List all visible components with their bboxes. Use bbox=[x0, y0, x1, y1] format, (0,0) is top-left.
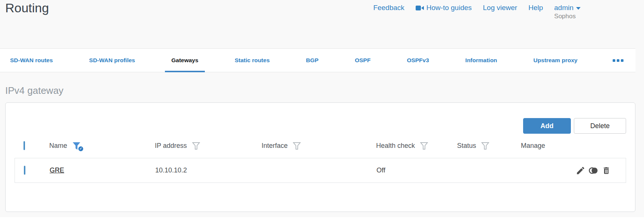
column-header-interface: Interface bbox=[262, 142, 288, 150]
filter-icon[interactable] bbox=[420, 142, 428, 150]
tab-ospf[interactable]: OSPF bbox=[346, 49, 380, 72]
edit-icon[interactable] bbox=[576, 166, 585, 175]
column-header-health-check: Health check bbox=[376, 142, 415, 150]
manage-actions bbox=[521, 166, 626, 175]
howto-guides-label: How-to guides bbox=[426, 4, 472, 12]
howto-guides-link[interactable]: How-to guides bbox=[416, 4, 472, 12]
tenant-name: Sophos bbox=[554, 13, 576, 20]
admin-menu[interactable]: admin bbox=[554, 4, 581, 12]
help-label: Help bbox=[528, 4, 543, 12]
column-header-manage: Manage bbox=[521, 142, 545, 150]
health-check-value: Off bbox=[376, 166, 457, 174]
filter-active-icon[interactable]: ✓ bbox=[72, 142, 81, 150]
gateway-panel: Add Delete Name ✓ IP address bbox=[5, 102, 635, 212]
table-body: GRE 10.10.10.2 Off bbox=[15, 158, 626, 183]
tab-static-routes[interactable]: Static routes bbox=[225, 49, 279, 72]
filter-icon[interactable] bbox=[293, 142, 301, 150]
tab-sdwan-routes[interactable]: SD-WAN routes bbox=[1, 49, 62, 72]
admin-label: admin bbox=[554, 4, 573, 12]
ip-address-value: 10.10.10.2 bbox=[155, 166, 262, 174]
column-header-name: Name bbox=[49, 142, 67, 150]
tab-gateways[interactable]: Gateways bbox=[162, 49, 207, 72]
add-button[interactable]: Add bbox=[523, 118, 571, 134]
more-tabs-ellipsis-icon[interactable] bbox=[604, 49, 632, 72]
feedback-label: Feedback bbox=[373, 4, 404, 12]
page-title: Routing bbox=[5, 1, 49, 15]
delete-button[interactable]: Delete bbox=[574, 118, 626, 134]
tab-information[interactable]: Information bbox=[456, 49, 506, 72]
tab-upstream-proxy[interactable]: Upstream proxy bbox=[524, 49, 587, 72]
filter-icon[interactable] bbox=[192, 142, 200, 150]
log-viewer-label: Log viewer bbox=[483, 4, 517, 12]
log-viewer-link[interactable]: Log viewer bbox=[483, 4, 517, 12]
filter-icon[interactable] bbox=[481, 142, 490, 150]
column-header-status: Status bbox=[457, 142, 476, 150]
table-row: GRE 10.10.10.2 Off bbox=[15, 158, 626, 182]
caret-down-icon bbox=[576, 7, 581, 10]
tab-ospfv3[interactable]: OSPFv3 bbox=[397, 49, 438, 72]
routing-page: Routing Feedback How-to guides Log viewe… bbox=[0, 0, 644, 219]
select-all-checkbox[interactable] bbox=[24, 141, 25, 150]
section-title: IPv4 gateway bbox=[5, 85, 63, 96]
toolbar: Add Delete bbox=[15, 118, 626, 134]
row-checkbox[interactable] bbox=[24, 166, 25, 175]
video-camera-icon bbox=[416, 5, 424, 11]
header-links: Feedback How-to guides Log viewer Help a… bbox=[373, 4, 581, 12]
tab-sdwan-profiles[interactable]: SD-WAN profiles bbox=[80, 49, 144, 72]
filter-check-icon: ✓ bbox=[78, 146, 83, 151]
feedback-link[interactable]: Feedback bbox=[373, 4, 404, 12]
gateway-name-link[interactable]: GRE bbox=[50, 166, 64, 174]
tab-bgp[interactable]: BGP bbox=[297, 49, 328, 72]
help-link[interactable]: Help bbox=[528, 4, 543, 12]
delete-icon[interactable] bbox=[602, 166, 611, 175]
bottom-strip bbox=[0, 217, 644, 219]
clone-icon[interactable] bbox=[588, 166, 599, 175]
table-header: Name ✓ IP address Interface bbox=[15, 134, 626, 158]
tab-bar: SD-WAN routes SD-WAN profiles Gateways S… bbox=[0, 48, 635, 72]
column-header-ip-address: IP address bbox=[155, 142, 187, 150]
